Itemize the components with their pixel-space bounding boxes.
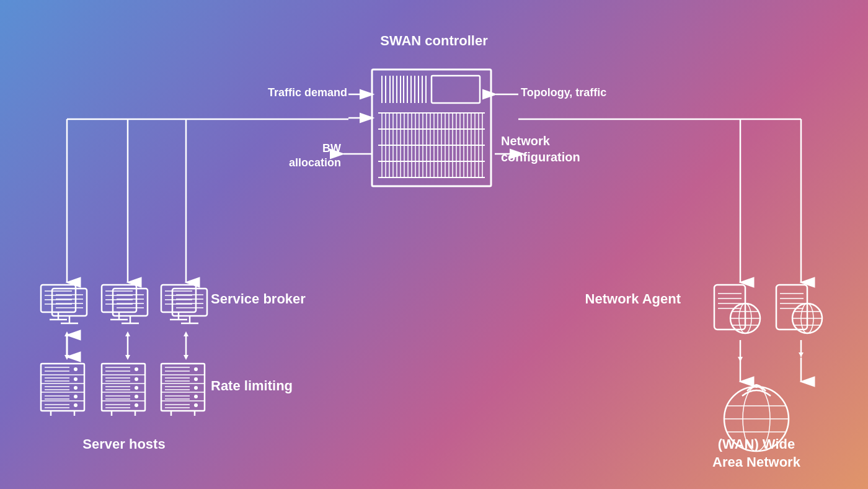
svg-point-220 — [755, 384, 758, 388]
network-agent-label: Network Agent — [538, 290, 681, 308]
svg-point-182 — [194, 403, 198, 407]
svg-point-181 — [194, 395, 198, 398]
svg-point-160 — [135, 403, 138, 407]
svg-point-179 — [194, 377, 198, 381]
server-rack-icon-3 — [159, 361, 213, 419]
bw-allocation-label: BWallocation — [229, 141, 341, 171]
svg-marker-29 — [125, 355, 130, 360]
svg-point-134 — [74, 367, 78, 371]
topology-traffic-label: Topology, traffic — [521, 86, 657, 100]
network-agent-icon-1 — [712, 282, 768, 341]
service-broker-icon-3 — [159, 282, 213, 334]
svg-marker-26 — [64, 355, 69, 360]
svg-point-137 — [74, 395, 78, 398]
svg-point-157 — [135, 377, 138, 381]
wan-icon — [716, 379, 797, 462]
server-hosts-label: Server hosts — [37, 436, 211, 454]
svg-marker-36 — [799, 352, 804, 357]
svg-point-159 — [135, 395, 138, 398]
rate-limiting-label: Rate limiting — [211, 377, 335, 395]
svg-rect-195 — [714, 285, 745, 330]
service-broker-label: Service broker — [211, 290, 347, 308]
svg-point-138 — [74, 403, 78, 407]
svg-point-136 — [74, 386, 78, 390]
svg-point-158 — [135, 386, 138, 390]
swan-controller-icon — [370, 67, 494, 189]
svg-point-180 — [194, 386, 198, 390]
svg-point-135 — [74, 377, 78, 381]
svg-rect-40 — [432, 76, 480, 103]
svg-marker-32 — [184, 355, 188, 360]
svg-rect-205 — [776, 285, 807, 330]
service-broker-icon-1 — [38, 282, 93, 334]
diagram: SWAN controller — [0, 0, 868, 489]
svg-point-178 — [194, 367, 198, 371]
traffic-demand-label: Traffic demand — [223, 86, 347, 100]
server-rack-icon-2 — [99, 361, 154, 419]
service-broker-icon-2 — [99, 282, 154, 334]
network-configuration-label: Networkconfiguration — [501, 133, 660, 165]
svg-marker-34 — [738, 357, 743, 362]
swan-controller-label: SWAN controller — [360, 32, 508, 50]
server-rack-icon-1 — [38, 361, 93, 419]
network-agent-icon-2 — [774, 282, 830, 341]
svg-point-156 — [135, 367, 138, 371]
